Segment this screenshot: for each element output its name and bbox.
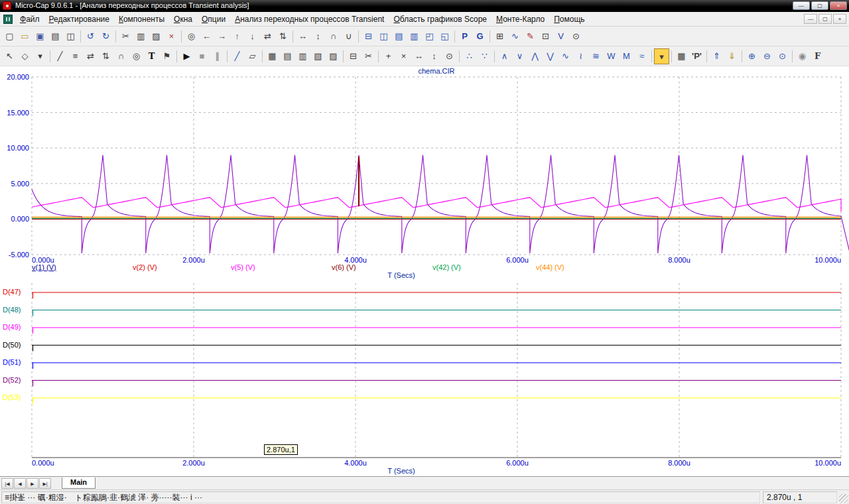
zoom-out-icon[interactable]: ⊖	[759, 48, 775, 64]
pause-button[interactable]: ∥	[210, 48, 225, 64]
flip-x-icon[interactable]: ⇄	[83, 48, 98, 64]
scope-next-icon[interactable]: ⇓	[724, 48, 740, 64]
digital-trace-label[interactable]: D(52)	[3, 376, 21, 384]
swap-horizontal-icon[interactable]: ⇄	[260, 29, 275, 44]
select-mode-icon[interactable]: ↖	[2, 48, 17, 64]
rise-edge-icon[interactable]: ⋀	[527, 48, 543, 64]
cascade-windows-icon[interactable]: ◰	[422, 29, 437, 44]
redo-icon[interactable]: ↻	[98, 29, 113, 44]
node-voltage-icon[interactable]: V	[553, 29, 568, 44]
swap-vertical-icon[interactable]: ⇅	[275, 29, 291, 44]
tag-point-icon[interactable]: ⊙	[442, 48, 457, 64]
period-icon[interactable]: ≀	[573, 48, 588, 64]
grid-icon[interactable]: ⊞	[492, 29, 507, 44]
open-folder-icon[interactable]: ▭	[17, 29, 33, 44]
digital-trace-label[interactable]: D(47)	[3, 288, 21, 296]
menu-item-5[interactable]: Опции	[197, 13, 230, 26]
legend-item[interactable]: v(44) (V)	[536, 263, 564, 271]
letter-g-button[interactable]: G	[472, 29, 488, 44]
app-icon[interactable]	[3, 1, 11, 10]
menu-item-8[interactable]: Монте-Карло	[491, 13, 549, 26]
line-tool-icon[interactable]: ╱	[229, 48, 245, 64]
cut-icon[interactable]: ✂	[118, 29, 133, 44]
envelope-icon[interactable]: M	[619, 48, 634, 64]
stop-button[interactable]: ■	[194, 48, 210, 64]
quoted-p-button[interactable]: 'P'	[689, 48, 704, 64]
menu-item-2[interactable]: Редактирование	[44, 13, 114, 26]
pan-mode-icon[interactable]: ∵	[477, 48, 492, 64]
tag-x-icon[interactable]: ×	[396, 48, 411, 64]
minimize-button[interactable]: —	[793, 1, 810, 10]
tag-vertical-icon[interactable]: ↕	[426, 48, 442, 64]
mode-circle-icon[interactable]: ◉	[795, 48, 810, 64]
go-to-peak-icon[interactable]: ∧	[497, 48, 512, 64]
overlap-windows-icon[interactable]: ◱	[437, 29, 452, 44]
menu-item-7[interactable]: Область графиков Scope	[389, 13, 491, 26]
zoom-window-icon[interactable]: ⊙	[775, 48, 790, 64]
menu-item-3[interactable]: Компоненты	[114, 13, 169, 26]
grid-pattern-icon[interactable]: ▦	[265, 48, 280, 64]
mirror-vertical-icon[interactable]: ↕	[310, 29, 326, 44]
close-button[interactable]: ×	[830, 1, 847, 10]
undo-icon[interactable]: ↺	[83, 29, 98, 44]
find-icon[interactable]: ◎	[184, 29, 199, 44]
child-restore-button[interactable]: ▢	[818, 14, 832, 24]
step-forward-icon[interactable]: →	[214, 29, 229, 44]
data-points-icon[interactable]: ▤	[280, 48, 295, 64]
fall-edge-icon[interactable]: ⋁	[543, 48, 558, 64]
legend-item[interactable]: v(42) (V)	[432, 263, 461, 271]
zoom-in-icon[interactable]: ⊕	[744, 48, 759, 64]
child-close-button[interactable]: ×	[833, 14, 846, 24]
split-vertical-icon[interactable]: ◫	[376, 29, 391, 44]
find-component-icon[interactable]: ◎	[129, 48, 144, 64]
go-to-valley-icon[interactable]: ∨	[512, 48, 527, 64]
wire-mode-icon[interactable]: ╱	[52, 48, 68, 64]
waveform-icon[interactable]: ∿	[558, 48, 573, 64]
move-down-icon[interactable]: ↓	[245, 29, 260, 44]
menu-item-6[interactable]: Анализ переходных процессов Transient	[230, 13, 389, 26]
animate-icon[interactable]: ⊙	[568, 29, 584, 44]
waveform-probe-icon[interactable]: ∿	[507, 29, 523, 44]
cursor-mode-icon[interactable]: +	[381, 48, 396, 64]
hatch-icon[interactable]: ▧	[310, 48, 326, 64]
child-minimize-button[interactable]: —	[804, 14, 817, 24]
frequency-icon[interactable]: ≋	[588, 48, 604, 64]
digital-trace-label[interactable]: D(50)	[3, 341, 21, 349]
flip-y-icon[interactable]: ⇅	[98, 48, 113, 64]
smooth-icon[interactable]: ≈	[634, 48, 649, 64]
new-file-icon[interactable]: ▢	[2, 29, 17, 44]
menu-item-4[interactable]: Окна	[169, 13, 197, 26]
digital-trace-label[interactable]: D(48)	[3, 306, 21, 314]
paste-icon[interactable]: ▨	[149, 29, 164, 44]
tile-vertical-icon[interactable]: ▥	[407, 29, 422, 44]
text-mode-icon[interactable]: T	[144, 48, 159, 64]
pencil-icon[interactable]: ✎	[523, 29, 538, 44]
rotate-icon[interactable]: ∩	[326, 29, 341, 44]
menu-item-1[interactable]: Файл	[15, 13, 44, 26]
tag-horizontal-icon[interactable]: ↔	[411, 48, 426, 64]
transient-analysis-plot[interactable]	[0, 66, 849, 476]
horizontal-axis-icon[interactable]: ⊟	[346, 48, 361, 64]
child-window-icon[interactable]	[3, 15, 13, 24]
tab-scroll-first[interactable]: |◀	[1, 478, 13, 489]
token-icon[interactable]: ▨	[326, 48, 341, 64]
legend-item[interactable]: v(1) (V)	[32, 263, 56, 271]
component-mode-icon[interactable]: ◇	[17, 48, 33, 64]
rotate-mode-icon[interactable]: ∩	[113, 48, 129, 64]
digital-trace-label[interactable]: D(49)	[3, 323, 21, 331]
digital-trace-label[interactable]: D(51)	[3, 358, 21, 366]
resize-grip[interactable]	[839, 494, 848, 503]
run-button[interactable]: ▶	[179, 48, 194, 64]
bus-mode-icon[interactable]: ≡	[68, 48, 83, 64]
polygon-tool-icon[interactable]: ▱	[245, 48, 260, 64]
numeric-output-icon[interactable]: ⊡	[538, 29, 553, 44]
mirror-horizontal-icon[interactable]: ↔	[295, 29, 310, 44]
copy-icon[interactable]: ▥	[133, 29, 149, 44]
scissors-icon[interactable]: ✂	[361, 48, 376, 64]
numeric-output-table-icon[interactable]: ▦	[674, 48, 689, 64]
move-up-icon[interactable]: ↑	[229, 29, 245, 44]
split-horizontal-icon[interactable]: ⊟	[361, 29, 376, 44]
delete-icon[interactable]: ×	[164, 29, 179, 44]
print-icon[interactable]: ▤	[48, 29, 63, 44]
menu-item-9[interactable]: Помощь	[549, 13, 589, 26]
